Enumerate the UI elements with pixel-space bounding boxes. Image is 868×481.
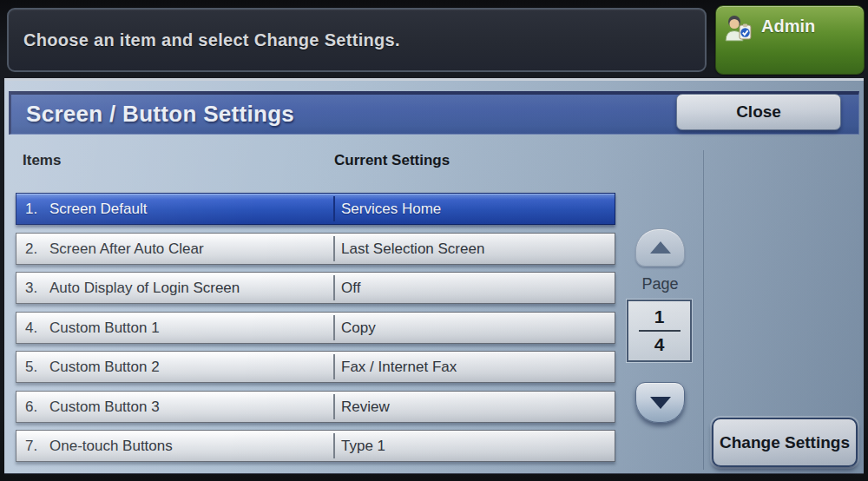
change-settings-label: Change Settings (720, 433, 850, 452)
settings-rows: 1. Screen Default Services Home 2. Scree… (4, 81, 864, 473)
page-indicator: 1 4 (627, 300, 692, 362)
row-divider (333, 354, 335, 379)
settings-row[interactable]: 2. Screen After Auto Clear Last Selectio… (16, 233, 615, 265)
row-divider (333, 315, 335, 340)
page-up-icon (650, 241, 671, 254)
status-message: Choose an item and select Change Setting… (23, 30, 400, 50)
list-pane-divider (703, 150, 704, 470)
row-label: Auto Display of Login Screen (49, 280, 240, 297)
settings-screen: Screen / Button Settings Close Items Cur… (4, 78, 864, 474)
change-settings-button[interactable]: Change Settings (712, 418, 858, 467)
row-label: Custom Button 2 (49, 359, 160, 376)
page-total: 4 (654, 334, 665, 355)
row-number: 1. (25, 201, 37, 218)
page-current: 1 (654, 306, 665, 327)
admin-login-button[interactable]: Admin (715, 5, 865, 75)
row-divider (333, 275, 335, 300)
page-fraction-divider (639, 330, 681, 332)
row-value: Type 1 (341, 438, 385, 455)
row-value: Review (341, 399, 390, 416)
row-number: 3. (25, 280, 37, 297)
status-message-bar: Choose an item and select Change Setting… (7, 8, 707, 72)
page-label: Page (635, 275, 685, 293)
row-value: Off (341, 280, 360, 297)
settings-row[interactable]: 6. Custom Button 3 Review (16, 391, 615, 423)
row-label: Custom Button 3 (49, 399, 160, 416)
row-label: Screen After Auto Clear (49, 240, 204, 258)
row-divider (333, 236, 335, 261)
settings-row[interactable]: 7. One-touch Buttons Type 1 (16, 430, 615, 462)
page-up-button[interactable] (635, 228, 685, 267)
row-number: 4. (25, 320, 37, 337)
row-label: Custom Button 1 (49, 320, 160, 337)
row-label: Screen Default (49, 201, 147, 218)
admin-user-icon (723, 14, 754, 47)
admin-button-label: Admin (761, 16, 815, 36)
page-down-button[interactable] (635, 382, 685, 423)
row-value: Copy (341, 320, 376, 337)
settings-row[interactable]: 4. Custom Button 1 Copy (16, 312, 615, 344)
settings-row[interactable]: 1. Screen Default Services Home (16, 193, 615, 225)
row-label: One-touch Buttons (49, 438, 173, 455)
row-number: 5. (25, 359, 37, 376)
row-number: 6. (25, 399, 37, 416)
row-divider (333, 394, 335, 419)
row-value: Services Home (341, 201, 441, 218)
row-value: Fax / Internet Fax (341, 359, 457, 376)
row-value: Last Selection Screen (341, 240, 484, 258)
row-divider (333, 433, 335, 458)
row-number: 2. (25, 240, 37, 258)
row-divider (333, 196, 335, 221)
settings-row[interactable]: 3. Auto Display of Login Screen Off (16, 272, 615, 304)
settings-row[interactable]: 5. Custom Button 2 Fax / Internet Fax (16, 351, 615, 383)
row-number: 7. (25, 438, 37, 455)
page-down-icon (650, 397, 671, 409)
